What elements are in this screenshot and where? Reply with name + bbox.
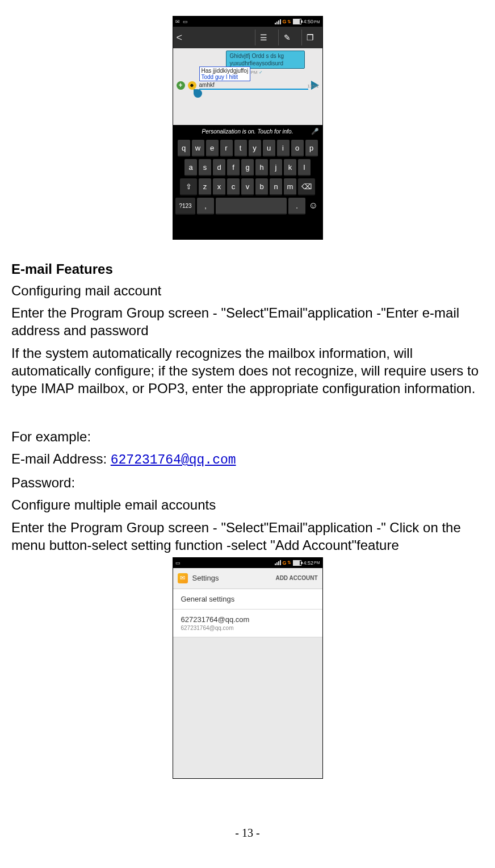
status-time: 4:50 [303, 19, 313, 24]
key-l[interactable]: l [298, 159, 311, 176]
back-icon[interactable]: < [177, 32, 183, 44]
suggest-line2: Todd guy I hitit [202, 74, 238, 80]
email-link[interactable]: 627231764@qq.com [111, 453, 236, 468]
paragraph: Configuring mail account [11, 282, 484, 299]
signal-icon [275, 560, 281, 565]
paragraph: Password: [11, 474, 484, 491]
paragraph: Configure multiple email accounts [11, 496, 484, 514]
paragraph: Enter the Program Group screen - "Select… [11, 519, 484, 554]
key-j[interactable]: j [270, 159, 282, 176]
paragraph: Enter the Program Group screen - "Select… [11, 304, 484, 339]
mic-icon[interactable]: 🎤 [311, 128, 319, 135]
key-a[interactable]: a [184, 159, 197, 176]
shift-key[interactable]: ⇧ [180, 178, 197, 195]
signal-icon [275, 19, 281, 24]
sms-icon: ✉ [175, 19, 180, 24]
input-row: + ☻ Has jjiddkiydgjuffoj Todd guy I hiti… [177, 81, 319, 90]
data-arrows-icon: ⇅ [287, 560, 291, 565]
status-pm: PM [314, 561, 320, 565]
key-d[interactable]: d [213, 159, 225, 176]
screenshot-chat-keyboard: ✉ ▭ G ⇅ 4:50 PM < ☰ ✎ ❐ Ghidvjtfj Ordd s… [173, 16, 323, 240]
key-p[interactable]: p [305, 140, 318, 157]
card-icon: ▭ [183, 19, 188, 24]
key-o[interactable]: o [291, 140, 304, 157]
key-x[interactable]: x [213, 178, 225, 195]
key-y[interactable]: y [249, 140, 261, 157]
suggestion-popup: Has jjiddkiydgjuffoj Todd guy I hitit [199, 66, 251, 81]
key-s[interactable]: s [199, 159, 211, 176]
key-g[interactable]: g [241, 159, 254, 176]
email-address-line: E-mail Address: 627231764@qq.com [11, 450, 484, 469]
status-time: 4:52 [303, 560, 313, 566]
period-key[interactable]: . [288, 198, 305, 215]
status-pm: PM [314, 20, 320, 24]
space-key[interactable] [216, 198, 287, 215]
network-g: G [282, 19, 286, 24]
key-h[interactable]: h [255, 159, 268, 176]
windows-icon[interactable]: ❐ [301, 30, 319, 45]
symbols-key[interactable]: ?123 [175, 198, 195, 215]
page-number: - 13 - [0, 827, 495, 840]
email-label: E-mail Address: [11, 451, 111, 466]
screenshot-email-settings: ▭ G ⇅ 4:52 PM ✉ Settings ADD ACCOUNT Gen… [173, 557, 323, 779]
key-r[interactable]: r [220, 140, 233, 157]
key-i[interactable]: i [277, 140, 290, 157]
network-g: G [282, 560, 286, 566]
account-email: 627231764@qq.com [181, 615, 314, 624]
card-icon: ▭ [175, 560, 181, 566]
cursor-handle-icon[interactable] [194, 89, 202, 98]
chat-area: Ghidvjtfj Ordd s ds kg yuxudhrfieaysodis… [173, 48, 322, 125]
list-icon[interactable]: ☰ [255, 30, 272, 45]
comma-key[interactable]: , [197, 198, 214, 215]
chat-header: < ☰ ✎ ❐ [173, 27, 322, 48]
status-bar: ✉ ▭ G ⇅ 4:50 PM [173, 16, 322, 27]
settings-header: ✉ Settings ADD ACCOUNT [173, 568, 322, 589]
key-m[interactable]: m [284, 178, 296, 195]
keyboard-hint: Personalization is on. Touch for info. 🎤 [173, 125, 322, 137]
key-v[interactable]: v [241, 178, 254, 195]
data-arrows-icon: ⇅ [287, 19, 291, 24]
suggest-line1: Has jjiddkiydgjuffoj [202, 68, 249, 74]
key-n[interactable]: n [270, 178, 282, 195]
key-w[interactable]: w [192, 140, 204, 157]
keyboard: qwertyuiop asdfghjkl ⇧ zxcvbnm ⌫ ?123 , … [173, 137, 322, 219]
battery-icon [293, 560, 301, 566]
key-e[interactable]: e [206, 140, 219, 157]
key-z[interactable]: z [199, 178, 211, 195]
key-f[interactable]: f [227, 159, 240, 176]
account-row[interactable]: 627231764@qq.com 627231764@qq.com [173, 610, 322, 637]
key-b[interactable]: b [255, 178, 268, 195]
account-sub: 627231764@qq.com [181, 625, 314, 631]
edit-icon[interactable]: ✎ [278, 30, 296, 45]
add-attachment-icon[interactable]: + [177, 81, 185, 90]
status-bar: ▭ G ⇅ 4:52 PM [173, 558, 322, 568]
paragraph: For example: [11, 428, 484, 445]
key-u[interactable]: u [263, 140, 275, 157]
battery-icon [293, 19, 301, 24]
message-input[interactable]: Has jjiddkiydgjuffoj Todd guy I hitit am… [199, 81, 308, 90]
settings-app-icon: ✉ [178, 573, 188, 583]
emoji-key[interactable]: ☺ [307, 198, 320, 214]
key-c[interactable]: c [227, 178, 240, 195]
emoji-icon[interactable]: ☻ [188, 81, 196, 90]
add-account-button[interactable]: ADD ACCOUNT [275, 575, 317, 581]
key-t[interactable]: t [234, 140, 247, 157]
section-title: E-mail Features [11, 261, 484, 277]
char-count: 115/1 [307, 84, 318, 89]
input-text: amhkf [199, 82, 308, 88]
key-q[interactable]: q [178, 140, 190, 157]
paragraph: If the system automatically recognizes t… [11, 344, 484, 398]
key-k[interactable]: k [284, 159, 296, 176]
check-icon: ✓ [259, 70, 263, 75]
backspace-key[interactable]: ⌫ [298, 178, 315, 195]
general-settings-row[interactable]: General settings [173, 589, 322, 610]
blank-area [173, 637, 322, 779]
settings-title: Settings [192, 574, 271, 582]
